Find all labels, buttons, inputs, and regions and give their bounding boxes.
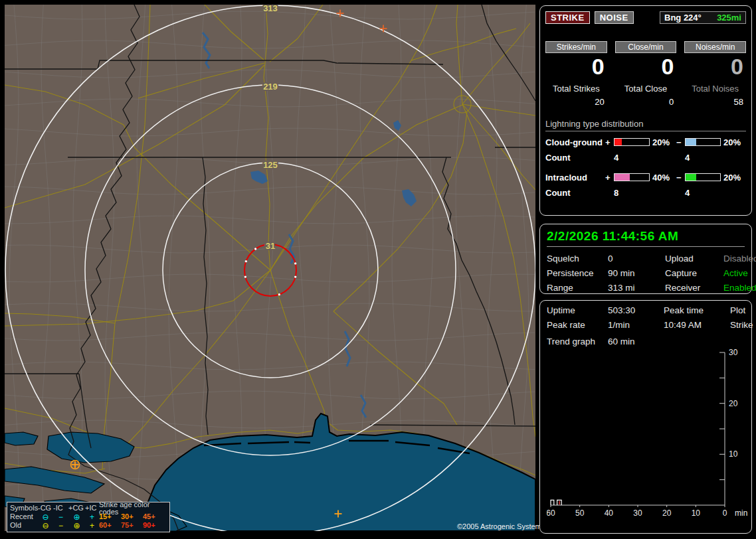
plus-sign: + [605,173,614,183]
minus-sign: − [676,173,685,183]
svg-text:60: 60 [547,508,555,518]
neg-cg-recent-icon: ⊖ [38,513,53,521]
age-30: 30+ [121,513,143,520]
svg-text:20: 20 [729,399,738,408]
receiver-value: Enabled [723,283,756,293]
peak-rate-label: Peak rate [547,320,608,330]
map-area[interactable]: 31321912531 [5,5,535,531]
legend-row-recent-label: Recent [10,513,38,520]
copyright-text: ©2005 Astrogenic Systems [457,522,545,530]
upload-value: Disabled [723,254,756,264]
strike-button[interactable]: STRIKE [545,11,590,24]
intracloud-label: Intracloud [545,173,605,183]
count-label: Count [545,188,605,198]
svg-text:30: 30 [633,508,642,518]
bearing-range-value: 325mi [717,13,741,23]
cg-minus-pct: 20% [721,137,746,147]
legend-header-ncg: -CG [38,504,53,512]
cloud-ground-count-row: Count 4 4 [545,153,746,163]
range-ring-label: 31 [266,241,275,251]
age-90: 90+ [143,522,167,529]
noises-per-min-column: Noises/min 0 Total Noises 58 [684,41,746,107]
squelch-label: Squelch [547,254,608,264]
uptime-label: Uptime [547,305,608,315]
cg-minus-count: 4 [685,153,721,163]
noises-per-min-chip[interactable]: Noises/min [684,41,746,53]
peak-time-label: Peak time [664,305,730,315]
svg-text:min: min [735,508,747,518]
strikes-per-min-value: 0 [545,55,607,79]
cg-minus-bar [685,138,721,146]
noises-per-min-value: 0 [684,55,746,79]
svg-text:10: 10 [692,508,701,518]
legend-row-old-label: Old [10,522,38,529]
uptime-value: 503:30 [608,305,664,315]
svg-text:30: 30 [729,348,738,357]
symbol-legend: Symbols -CG -IC +CG +IC Strike age color… [7,502,170,532]
ic-plus-pct: 40% [650,173,676,183]
ic-minus-pct: 20% [721,173,746,183]
ic-plus-bar [614,173,650,181]
total-close-value: 0 [615,97,677,107]
pos-cg-old-icon: ⊕ [68,522,85,530]
legend-header-symbols: Symbols [10,504,38,512]
trend-panel: Uptime 503:30 Peak time Plot Peak rate 1… [539,300,752,534]
age-75: 75+ [121,522,143,529]
close-per-min-value: 0 [615,55,677,79]
trend-graph-label: Trend graph [547,337,608,346]
ic-minus-count: 4 [685,188,721,198]
total-noises-value: 58 [684,97,746,107]
persistence-label: Persistence [547,268,608,278]
plot-value: Strike [730,320,753,330]
age-45: 45+ [143,513,167,520]
capture-value: Active [723,268,756,278]
pos-ic-recent-icon: + [85,513,99,521]
plus-sign: + [605,137,614,147]
range-ring-label: 219 [263,82,278,92]
close-per-min-column: Close/min 0 Total Close 0 [615,41,677,107]
cg-plus-bar [614,138,650,146]
total-close-label: Total Close [615,84,677,94]
ic-plus-count: 8 [614,188,650,198]
intracloud-row: Intracloud + 40% − 20% [545,173,746,183]
total-strikes-label: Total Strikes [545,84,607,94]
svg-text:10: 10 [729,449,738,459]
receiver-status-panel: 2/2/2026 11:44:56 AM Squelch 0 Upload Di… [539,224,752,294]
upload-label: Upload [665,254,723,264]
range-ring-label: 125 [263,160,278,170]
legend-header-pic: +IC [85,504,99,512]
svg-text:40: 40 [605,508,614,518]
trend-graph-window: 60 min [608,337,745,346]
intracloud-count-row: Count 8 4 [545,188,746,198]
total-noises-label: Total Noises [684,84,746,94]
svg-text:0: 0 [723,508,727,518]
strike-stats-panel: STRIKE NOISE Bng 224° 325mi Strikes/min … [539,5,752,216]
strikes-per-min-column: Strikes/min 0 Total Strikes 20 [545,41,607,107]
legend-header-pcg: +CG [68,504,85,512]
minus-sign: − [676,137,685,147]
trend-graph[interactable]: 1020306050403020100min [547,348,749,520]
neg-cg-old-icon: ⊖ [38,522,53,530]
neg-ic-recent-icon: − [53,513,68,521]
cg-plus-count: 4 [614,153,650,163]
strikes-per-min-chip[interactable]: Strikes/min [545,41,607,53]
pos-ic-old-icon: + [85,522,99,530]
capture-label: Capture [665,268,723,278]
noise-button[interactable]: NOISE [595,11,634,24]
cloud-ground-label: Cloud-ground [545,137,605,147]
datetime-display: 2/2/2026 11:44:56 AM [547,229,745,247]
neg-ic-old-icon: − [53,522,68,530]
count-label: Count [545,153,605,163]
map-canvas[interactable]: 31321912531 [5,5,535,531]
age-60: 60+ [99,522,121,529]
peak-time-value: 10:49 AM [664,320,730,330]
peak-rate-value: 1/min [608,320,664,330]
cloud-ground-row: Cloud-ground + 20% − 20% [545,137,746,147]
total-strikes-value: 20 [545,97,607,107]
age-15: 15+ [99,513,121,520]
bearing-indicator: Bng 224° 325mi [660,11,746,24]
close-per-min-chip[interactable]: Close/min [615,41,677,53]
svg-text:50: 50 [575,508,585,518]
persistence-value: 90 min [608,268,665,278]
distribution-title: Lightning type distribution [545,119,746,131]
